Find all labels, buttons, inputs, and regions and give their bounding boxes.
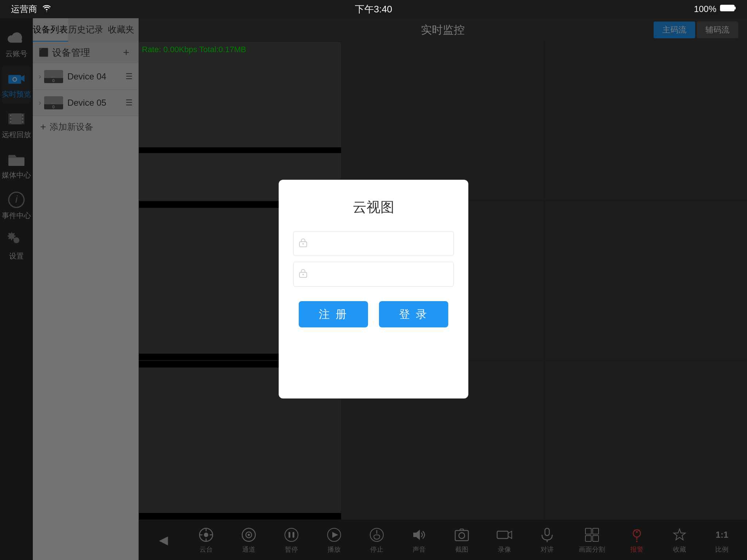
status-bar: 运营商 下午3:40 100% [0, 0, 747, 18]
status-right: 100% [694, 4, 736, 14]
svg-point-55 [302, 274, 304, 275]
modal-title: 云视图 [353, 198, 394, 217]
password-input[interactable] [293, 262, 454, 287]
modal-overlay: 云视图 [0, 18, 747, 560]
username-input[interactable] [293, 231, 454, 256]
username-input-wrapper [293, 231, 454, 256]
battery-text: 100% [694, 4, 716, 14]
login-button[interactable]: 登 录 [379, 301, 448, 327]
svg-rect-1 [735, 7, 736, 9]
password-input-wrapper [293, 262, 454, 287]
status-time: 下午3:40 [355, 3, 392, 16]
svg-rect-0 [720, 5, 734, 11]
modal-dialog: 云视图 [279, 180, 468, 398]
register-button[interactable]: 注 册 [299, 301, 368, 327]
modal-buttons: 注 册 登 录 [293, 301, 454, 327]
username-icon [299, 238, 307, 249]
carrier-text: 运营商 [11, 3, 37, 15]
password-icon [299, 268, 307, 280]
svg-point-53 [302, 243, 304, 245]
status-left: 运营商 [11, 3, 52, 15]
battery-icon [720, 4, 736, 14]
modal-input-group [293, 231, 454, 287]
wifi-icon [42, 4, 52, 14]
